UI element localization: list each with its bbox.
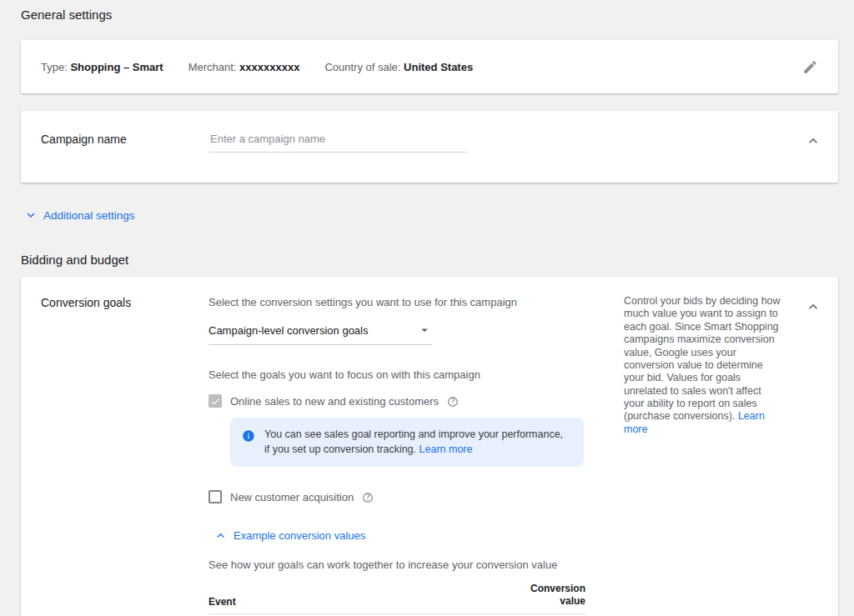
conversion-tracking-info-box: You can see sales goal reporting and imp… (230, 418, 584, 467)
type-field: Type: Shopping – Smart (41, 61, 163, 73)
dropdown-arrow-icon (417, 323, 432, 338)
chevron-up-icon (214, 528, 228, 543)
help-panel-text: Control your bids by deciding how much v… (624, 295, 781, 422)
conversion-goals-dropdown[interactable]: Campaign-level conversion goals (208, 323, 432, 345)
conversion-settings-prompt: Select the conversion settings you want … (208, 295, 588, 309)
new-customer-checkbox[interactable] (208, 490, 222, 503)
chevron-down-icon (23, 208, 38, 223)
type-value: Shopping – Smart (70, 61, 163, 73)
dropdown-selected-value: Campaign-level conversion goals (208, 324, 369, 337)
campaign-name-card: Campaign name (21, 111, 838, 183)
general-settings-heading: General settings (21, 7, 838, 23)
campaign-type-fields: Type: Shopping – Smart Merchant: xxxxxxx… (41, 61, 798, 73)
goals-focus-prompt: Select the goals you want to focus on wi… (208, 368, 588, 382)
example-toggle-label: Example conversion values (234, 529, 365, 542)
country-label: Country of sale: (324, 61, 400, 73)
country-field: Country of sale: United States (324, 61, 473, 73)
additional-settings-label: Additional settings (43, 209, 135, 222)
value-column-header: Conversion value (520, 583, 585, 608)
pencil-icon (802, 59, 818, 75)
example-conversion-values-toggle[interactable]: Example conversion values (214, 528, 365, 543)
new-customer-label: New customer acquisition (230, 491, 354, 503)
conversion-values-table: Event Conversion value Existing customer… (208, 583, 585, 616)
merchant-value: xxxxxxxxxx (239, 61, 299, 73)
info-text: You can see sales goal reporting and imp… (264, 428, 570, 457)
chevron-up-icon (805, 298, 821, 315)
online-sales-label: Online sales to new and existing custome… (230, 395, 439, 408)
online-sales-row: Online sales to new and existing custome… (208, 394, 588, 408)
table-header-row: Event Conversion value (208, 583, 585, 614)
info-message: You can see sales goal reporting and imp… (264, 428, 563, 455)
help-icon[interactable] (362, 492, 374, 503)
conversion-goals-chevron (801, 295, 825, 318)
merchant-label: Merchant: (188, 61, 237, 73)
conversion-goals-label: Conversion goals (41, 295, 208, 309)
new-customer-row: New customer acquisition (208, 490, 588, 503)
event-column-header: Event (208, 596, 236, 608)
help-icon[interactable] (447, 396, 459, 408)
chevron-up-icon (805, 133, 821, 149)
type-label: Type: (41, 61, 68, 73)
collapse-campaign-name-button[interactable] (801, 129, 825, 153)
conversion-goals-help-panel: Control your bids by deciding how much v… (624, 295, 783, 436)
info-learn-more-link[interactable]: Learn more (419, 443, 473, 455)
campaign-name-label: Campaign name (41, 131, 208, 146)
merchant-field: Merchant: xxxxxxxxxx (188, 61, 300, 73)
example-description: See how your goals can work together to … (208, 558, 588, 572)
conversion-goals-card: Conversion goals Select the conversion s… (21, 277, 838, 616)
country-value: United States (404, 61, 473, 73)
campaign-type-card: Type: Shopping – Smart Merchant: xxxxxxx… (21, 40, 838, 93)
conversion-goals-main: Select the conversion settings you want … (208, 295, 588, 616)
campaign-name-input[interactable] (208, 131, 467, 153)
bidding-budget-heading: Bidding and budget (21, 252, 838, 268)
edit-button[interactable] (798, 55, 821, 78)
online-sales-checkbox[interactable] (208, 394, 222, 408)
campaign-settings-page: General settings Type: Shopping – Smart … (0, 0, 854, 616)
collapse-conversion-goals-button[interactable] (801, 295, 825, 318)
additional-settings-toggle[interactable]: Additional settings (23, 208, 135, 223)
info-icon (242, 429, 255, 443)
